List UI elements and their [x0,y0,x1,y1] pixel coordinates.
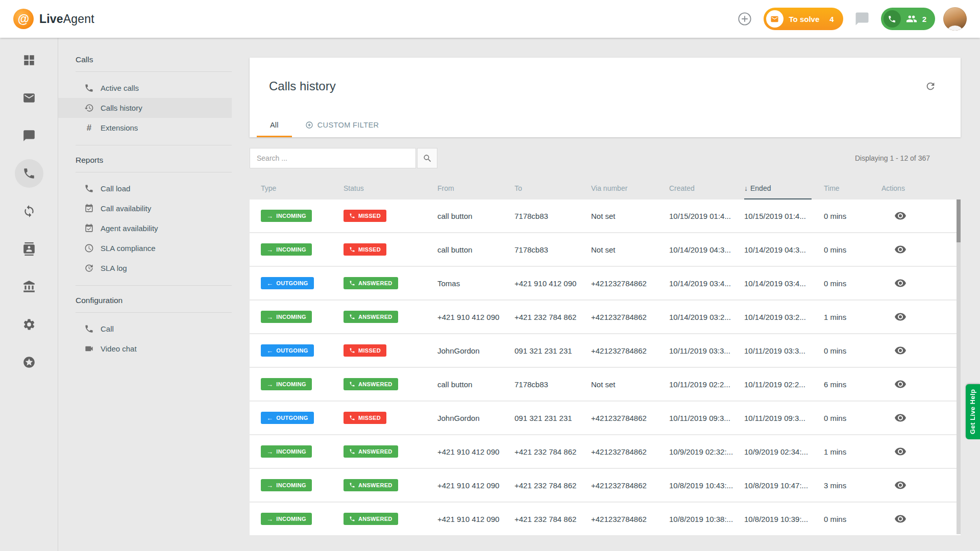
table-row[interactable]: → INCOMING MISSED call button 7178cb83 N… [250,233,961,266]
view-call-button[interactable] [894,445,907,458]
table-row[interactable]: ← OUTGOING ANSWERED Tomas +421 910 412 0… [250,267,961,299]
calls-history-card-header: Calls history All CUSTOM FILTER [250,58,961,137]
view-call-button[interactable] [894,378,907,391]
view-call-button[interactable] [894,479,907,492]
view-call-button[interactable] [894,277,907,290]
brand-name: LiveAgent [39,12,94,26]
chats-button[interactable] [851,8,873,30]
agents-online-button[interactable]: 2 [881,8,935,30]
sidebar-item-active-calls[interactable]: Active calls [58,78,232,98]
status-cell: MISSED [344,243,437,256]
view-call-button[interactable] [894,411,907,424]
column-header-created[interactable]: Created [669,184,744,192]
rail-gamification-button[interactable] [15,348,43,377]
rail-social-button[interactable] [15,197,43,226]
search-input[interactable] [250,148,416,168]
rail-settings-button[interactable] [15,310,43,339]
table-row[interactable]: → INCOMING ANSWERED +421 910 412 090 +42… [250,300,961,333]
column-header-time[interactable]: Time [824,184,881,192]
live-help-tab[interactable]: Get Live Help [966,384,980,439]
star-circle-icon [22,356,36,369]
via-number-cell: +421232784862 [591,279,669,288]
status-cell: ANSWERED [344,311,437,323]
phone-icon [84,324,94,334]
sidebar-item-agent-availability[interactable]: Agent availability [58,218,232,238]
search-button[interactable] [417,148,437,168]
sidebar-item-label: Active calls [101,84,139,92]
to-solve-button[interactable]: To solve 4 [764,8,843,30]
sidebar-item-label: Agent availability [101,224,158,233]
view-call-button[interactable] [894,243,907,256]
brand-logo[interactable]: @ LiveAgent [13,9,94,29]
created-cell: 10/14/2019 03:4... [669,279,744,288]
call-status-label: ANSWERED [358,314,393,320]
call-type-badge: → INCOMING [261,445,312,458]
table-row[interactable]: ← OUTGOING MISSED JohnGordon 091 321 231… [250,334,961,367]
add-button[interactable] [734,8,755,30]
column-header-type[interactable]: Type [250,184,344,192]
avatar[interactable] [943,7,967,31]
update-icon [84,263,94,273]
table-scrollbar[interactable] [957,199,961,534]
rail-company-button[interactable] [15,272,43,301]
phone-icon [349,347,355,354]
view-call-button[interactable] [894,310,907,323]
phone-icon [22,167,36,180]
sidebar-item-calls-history[interactable]: Calls history [58,98,232,118]
sidebar-item-label: SLA compliance [101,244,156,253]
refresh-button[interactable] [925,81,936,92]
table-row[interactable]: → INCOMING ANSWERED call button 7178cb83… [250,368,961,400]
call-type-label: INCOMING [276,314,306,320]
table-row[interactable]: → INCOMING ANSWERED +421 910 412 090 +42… [250,469,961,502]
status-cell: MISSED [344,412,437,424]
time-cell: 0 mins [824,414,881,422]
to-cell: +421 910 412 090 [514,279,591,288]
actions-cell [881,344,961,357]
call-status-label: MISSED [358,347,381,354]
sidebar-item-sla-log[interactable]: SLA log [58,258,232,278]
to-cell: +421 232 784 862 [514,447,591,456]
call-status-label: ANSWERED [358,482,393,488]
chat-bubble-icon [854,11,870,27]
brand-live: Live [39,12,63,26]
sidebar-item-label: Video chat [101,344,137,353]
sidebar-item-sla-compliance[interactable]: SLA compliance [58,238,232,258]
sidebar-item-extensions[interactable]: # Extensions [58,118,232,138]
sidebar-item-video-chat[interactable]: Video chat [58,339,232,359]
ended-cell: 10/8/2019 10:47:... [744,481,824,490]
actions-cell [881,243,961,256]
table-row[interactable]: → INCOMING ANSWERED +421 910 412 090 +42… [250,503,961,535]
table-row[interactable]: ← OUTGOING MISSED JohnGordon 091 321 231… [250,402,961,434]
rail-contacts-button[interactable] [15,235,43,263]
ended-cell: 10/14/2019 04:3... [744,245,824,254]
table-row[interactable]: → INCOMING MISSED call button 7178cb83 N… [250,199,961,232]
call-status-badge: MISSED [344,412,386,424]
sidebar-item-call-load[interactable]: Call load [58,179,232,198]
view-call-button[interactable] [894,209,907,222]
tab-all[interactable]: All [257,113,292,137]
sidebar-item-call-availability[interactable]: Call availability [58,198,232,218]
column-header-to[interactable]: To [514,184,591,192]
eye-icon [894,344,906,357]
call-status-badge: ANSWERED [344,513,398,525]
type-cell: ← OUTGOING [250,344,344,357]
view-call-button[interactable] [894,512,907,525]
table-row[interactable]: → INCOMING ANSWERED +421 910 412 090 +42… [250,435,961,468]
column-header-via[interactable]: Via number [591,184,669,192]
view-call-button[interactable] [894,344,907,357]
rail-chats-button[interactable] [15,121,43,150]
scrollbar-thumb[interactable] [957,199,961,242]
rail-calls-button[interactable] [15,159,43,188]
tab-label: CUSTOM FILTER [317,121,379,129]
column-header-from[interactable]: From [437,184,514,192]
column-header-label: Ended [750,184,771,192]
tab-custom-filter[interactable]: CUSTOM FILTER [292,113,393,137]
chat-bubble-icon [22,129,36,142]
sidebar-item-call-config[interactable]: Call [58,319,232,339]
column-header-ended[interactable]: ↓ Ended [744,177,824,199]
rail-dashboard-button[interactable] [15,46,43,74]
liveagent-logo-icon: @ [13,9,34,29]
direction-arrow-icon: ← [266,347,273,354]
rail-tickets-button[interactable] [15,84,43,112]
column-header-status[interactable]: Status [344,184,437,192]
